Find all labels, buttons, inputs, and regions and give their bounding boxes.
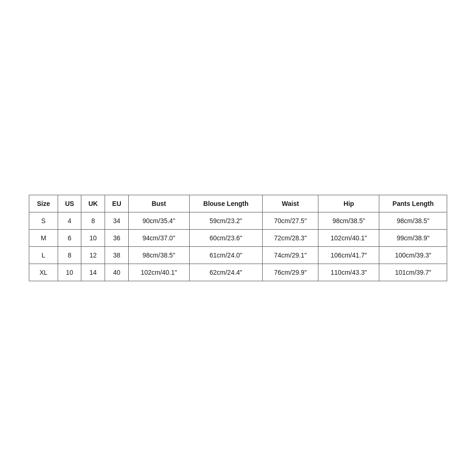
table-row: XL101440102cm/40.1"62cm/24.4"76cm/29.9"1… [29,264,447,281]
cell-bust-1: 94cm/37.0" [128,230,189,247]
cell-size-2: L [29,247,58,264]
cell-us-1: 6 [58,230,81,247]
cell-us-0: 4 [58,212,81,230]
table-header-row: Size US UK EU Bust Blouse Length Waist H… [29,195,447,212]
header-waist: Waist [263,195,318,212]
header-size: Size [29,195,58,212]
cell-eu-1: 36 [105,230,128,247]
cell-us-2: 8 [58,247,81,264]
table-row: M6103694cm/37.0"60cm/23.6"72cm/28.3"102c… [29,230,447,247]
cell-bust-2: 98cm/38.5" [128,247,189,264]
cell-waist-0: 70cm/27.5" [263,212,318,230]
cell-pants_length-1: 99cm/38.9" [379,230,447,247]
cell-waist-3: 76cm/29.9" [263,264,318,281]
cell-pants_length-2: 100cm/39.3" [379,247,447,264]
cell-waist-2: 74cm/29.1" [263,247,318,264]
cell-pants_length-3: 101cm/39.7" [379,264,447,281]
table-row: L8123898cm/38.5"61cm/24.0"74cm/29.1"106c… [29,247,447,264]
cell-waist-1: 72cm/28.3" [263,230,318,247]
cell-eu-2: 38 [105,247,128,264]
cell-uk-0: 8 [81,212,105,230]
cell-uk-1: 10 [81,230,105,247]
size-chart-container: Size US UK EU Bust Blouse Length Waist H… [29,195,447,281]
cell-blouse_length-0: 59cm/23.2" [189,212,262,230]
cell-hip-3: 110cm/43.3" [318,264,379,281]
header-us: US [58,195,81,212]
header-uk: UK [81,195,105,212]
cell-uk-3: 14 [81,264,105,281]
size-chart-table: Size US UK EU Bust Blouse Length Waist H… [29,195,447,281]
cell-size-0: S [29,212,58,230]
header-hip: Hip [318,195,379,212]
cell-pants_length-0: 98cm/38.5" [379,212,447,230]
cell-eu-3: 40 [105,264,128,281]
cell-bust-3: 102cm/40.1" [128,264,189,281]
cell-eu-0: 34 [105,212,128,230]
cell-uk-2: 12 [81,247,105,264]
cell-hip-1: 102cm/40.1" [318,230,379,247]
header-eu: EU [105,195,128,212]
table-row: S483490cm/35.4"59cm/23.2"70cm/27.5"98cm/… [29,212,447,230]
cell-blouse_length-1: 60cm/23.6" [189,230,262,247]
cell-size-3: XL [29,264,58,281]
cell-hip-2: 106cm/41.7" [318,247,379,264]
header-pants-length: Pants Length [379,195,447,212]
header-bust: Bust [128,195,189,212]
cell-hip-0: 98cm/38.5" [318,212,379,230]
header-blouse-length: Blouse Length [189,195,262,212]
cell-blouse_length-2: 61cm/24.0" [189,247,262,264]
cell-us-3: 10 [58,264,81,281]
cell-bust-0: 90cm/35.4" [128,212,189,230]
cell-size-1: M [29,230,58,247]
cell-blouse_length-3: 62cm/24.4" [189,264,262,281]
